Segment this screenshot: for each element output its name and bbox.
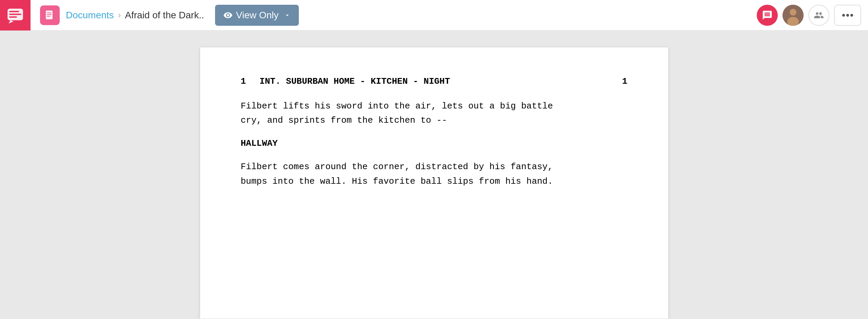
right-sidebar	[828, 31, 868, 319]
document-area: 1 INT. SUBURBAN HOME - KITCHEN - NIGHT 1…	[40, 31, 828, 319]
sub-heading: HALLWAY	[241, 137, 628, 151]
breadcrumb-current: Afraid of the Dark..	[125, 10, 204, 21]
app-icon[interactable]	[0, 0, 31, 31]
svg-rect-2	[9, 14, 21, 15]
dot3	[850, 14, 853, 17]
svg-marker-4	[9, 20, 14, 23]
svg-rect-8	[47, 16, 50, 17]
chevron-down-icon	[284, 12, 291, 19]
people-button[interactable]	[808, 5, 829, 26]
dot1	[842, 14, 845, 17]
scene-heading: INT. SUBURBAN HOME - KITCHEN - NIGHT	[259, 75, 622, 89]
left-sidebar	[0, 31, 40, 319]
scene-number-left: 1	[241, 75, 246, 89]
scene-number-right: 1	[622, 75, 628, 89]
action-text-1: Filbert lifts his sword into the air, le…	[241, 99, 628, 128]
document-icon	[44, 10, 55, 21]
eye-icon	[223, 11, 233, 20]
svg-point-10	[790, 9, 796, 16]
document-page: 1 INT. SUBURBAN HOME - KITCHEN - NIGHT 1…	[200, 47, 668, 319]
more-options-button[interactable]	[834, 5, 861, 26]
svg-rect-7	[47, 14, 52, 15]
main-content: 1 INT. SUBURBAN HOME - KITCHEN - NIGHT 1…	[0, 31, 868, 319]
comment-icon	[762, 10, 773, 21]
toolbar-right	[757, 5, 861, 26]
document-icon-button[interactable]	[40, 5, 60, 25]
svg-rect-6	[47, 13, 52, 13]
svg-rect-1	[9, 11, 19, 12]
action-text-2: Filbert comes around the corner, distrac…	[241, 160, 628, 189]
breadcrumb: Documents › Afraid of the Dark..	[66, 10, 204, 21]
avatar-image	[783, 5, 804, 26]
breadcrumb-separator: ›	[118, 10, 121, 20]
view-only-label: View Only	[236, 10, 279, 21]
toolbar: Documents › Afraid of the Dark.. View On…	[0, 0, 868, 31]
view-only-button[interactable]: View Only	[215, 5, 299, 26]
user-avatar[interactable]	[783, 5, 804, 26]
script-content: 1 INT. SUBURBAN HOME - KITCHEN - NIGHT 1…	[241, 75, 628, 189]
dot2	[846, 14, 849, 17]
people-icon	[814, 10, 824, 20]
chat-icon	[6, 6, 24, 24]
comment-button[interactable]	[757, 5, 778, 26]
breadcrumb-root[interactable]: Documents	[66, 10, 114, 21]
svg-rect-3	[9, 16, 17, 18]
scene-heading-line: 1 INT. SUBURBAN HOME - KITCHEN - NIGHT 1	[241, 75, 628, 89]
